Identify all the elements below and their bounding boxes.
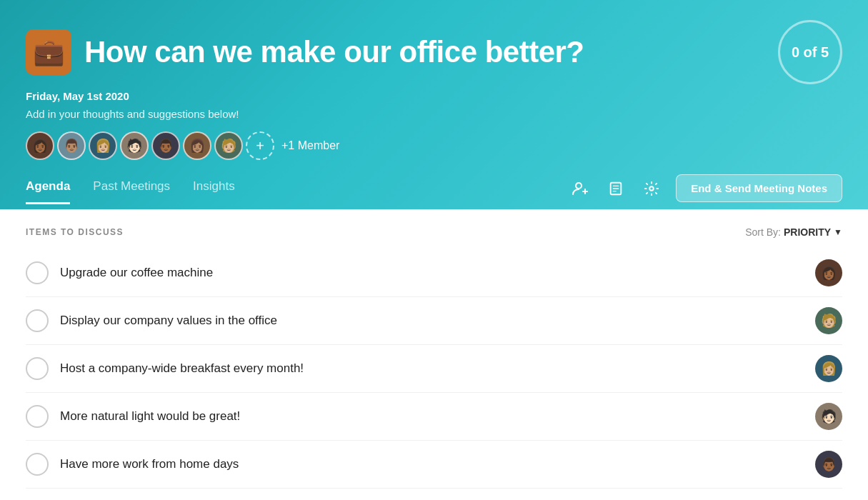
agenda-text-3: Host a company-wide breakfast every mont…	[60, 361, 304, 376]
briefcase-icon: 💼	[26, 29, 71, 75]
avatar-5: 👨🏾	[151, 131, 180, 160]
agenda-item-1: Upgrade our coffee machine 👩🏾	[26, 249, 842, 297]
tabs-right: End & Send Meeting Notes	[569, 174, 842, 209]
avatar-2: 👨🏽	[57, 131, 86, 160]
agenda-text-4: More natural light would be great!	[60, 409, 240, 424]
progress-text: 0 of 5	[792, 44, 829, 61]
avatar-7: 🧑🏼	[214, 131, 243, 160]
meeting-date: Friday, May 1st 2020	[26, 90, 842, 102]
avatar-4: 🧑🏻	[120, 131, 149, 160]
main-content: ITEMS TO DISCUSS Sort By: PRIORITY ▼ Upg…	[0, 209, 868, 500]
progress-circle: 0 of 5	[778, 20, 842, 84]
agenda-item-3: Host a company-wide breakfast every mont…	[26, 345, 842, 393]
item-avatar-3: 👩🏼	[815, 355, 842, 382]
chevron-down-icon: ▼	[834, 227, 842, 237]
checkbox-1[interactable]	[26, 261, 49, 284]
add-person-button[interactable]	[569, 177, 592, 200]
agenda-list: Upgrade our coffee machine 👩🏾 Display ou…	[26, 249, 842, 489]
agenda-text-5: Have more work from home days	[60, 457, 239, 471]
section-header: ITEMS TO DISCUSS Sort By: PRIORITY ▼	[26, 226, 842, 238]
member-count: +1 Member	[281, 139, 339, 152]
avatars-row: 👩🏾 👨🏽 👩🏼 🧑🏻 👨🏾 👩🏽 🧑🏼 + +1 Member	[26, 131, 842, 160]
gear-icon	[644, 181, 659, 196]
tabs-left: Agenda Past Meetings Insights	[26, 179, 235, 204]
notes-button[interactable]	[604, 177, 627, 200]
checkbox-3[interactable]	[26, 357, 49, 380]
meeting-title: How can we make our office better?	[84, 35, 584, 69]
avatar-3: 👩🏼	[89, 131, 117, 160]
agenda-text-1: Upgrade our coffee machine	[60, 266, 213, 280]
tab-insights[interactable]: Insights	[193, 179, 235, 204]
header: 💼 How can we make our office better? 0 o…	[0, 0, 868, 209]
checkbox-4[interactable]	[26, 405, 49, 428]
notes-icon	[608, 181, 624, 196]
svg-point-7	[649, 186, 654, 191]
add-member-button[interactable]: +	[246, 131, 274, 160]
item-avatar-4: 🧑🏻	[815, 403, 842, 430]
agenda-text-2: Display our company values in the office	[60, 314, 277, 328]
sort-prefix: Sort By:	[745, 226, 781, 238]
agenda-item-5: Have more work from home days 👨🏾	[26, 441, 842, 489]
agenda-item-4: More natural light would be great! 🧑🏻	[26, 393, 842, 441]
sort-value: PRIORITY	[784, 226, 831, 238]
svg-point-0	[576, 183, 582, 189]
sort-by-control[interactable]: Sort By: PRIORITY ▼	[745, 226, 842, 238]
nav-tabs: Agenda Past Meetings Insights	[26, 174, 842, 209]
end-meeting-button[interactable]: End & Send Meeting Notes	[676, 174, 842, 202]
add-person-icon	[572, 180, 589, 197]
avatar-1: 👩🏾	[26, 131, 54, 160]
avatar-6: 👩🏽	[183, 131, 211, 160]
title-group: 💼 How can we make our office better?	[26, 29, 584, 75]
meeting-subtitle: Add in your thoughts and suggestions bel…	[26, 108, 842, 120]
settings-button[interactable]	[640, 177, 663, 200]
tab-agenda[interactable]: Agenda	[26, 179, 70, 204]
checkbox-5[interactable]	[26, 453, 49, 476]
tab-past-meetings[interactable]: Past Meetings	[93, 179, 170, 204]
agenda-item-2: Display our company values in the office…	[26, 297, 842, 345]
item-avatar-5: 👨🏾	[815, 451, 842, 478]
item-avatar-2: 🧑🏼	[815, 307, 842, 334]
checkbox-2[interactable]	[26, 309, 49, 332]
items-to-discuss-label: ITEMS TO DISCUSS	[26, 227, 124, 237]
header-top: 💼 How can we make our office better? 0 o…	[26, 20, 842, 84]
item-avatar-1: 👩🏾	[815, 259, 842, 286]
